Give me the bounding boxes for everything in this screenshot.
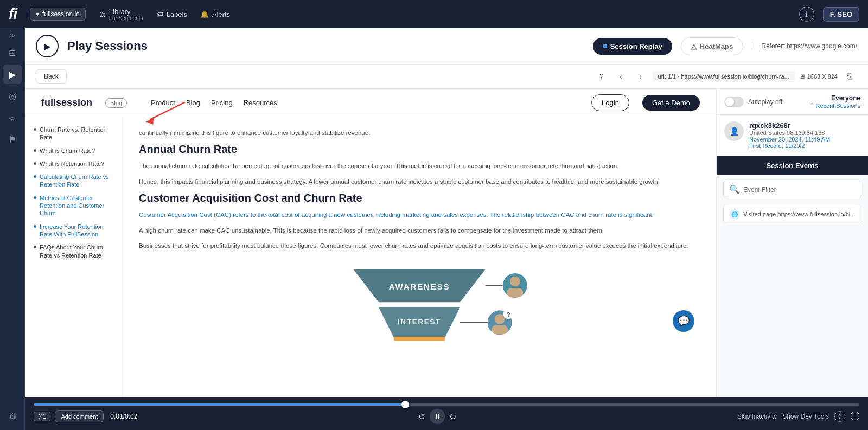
event-filter-search[interactable]: 🔍 bbox=[723, 181, 861, 198]
share-button[interactable]: ⎘ bbox=[842, 69, 857, 84]
website-body: Churn Rate vs. Retention Rate What is Ch… bbox=[25, 117, 716, 397]
heatmaps-icon: △ bbox=[691, 42, 697, 50]
resolution-badge: 🖥 1663 X 824 bbox=[799, 73, 838, 80]
article-p3: Customer Acquisition Cost (CAC) refers t… bbox=[139, 210, 700, 220]
nav-product[interactable]: Product bbox=[151, 99, 175, 107]
sidebar-item-funnel[interactable]: ⬦ bbox=[3, 108, 22, 127]
article-p2: Hence, this impacts financial planning a… bbox=[139, 177, 700, 187]
sidebar-item-play[interactable]: ▶ bbox=[3, 65, 22, 84]
info-button[interactable]: ℹ bbox=[799, 7, 814, 22]
user-menu-button[interactable]: F. SEO bbox=[823, 7, 859, 22]
svg-text:?: ? bbox=[507, 311, 510, 318]
fullscreen-button[interactable]: ⛶ bbox=[851, 412, 859, 421]
labels-icon: 🏷 bbox=[156, 10, 163, 18]
chevron-up-icon: ⌃ bbox=[809, 102, 814, 109]
content-area: ▶ Play Sessions Session Replay △ HeatMap… bbox=[25, 28, 868, 430]
add-comment-button[interactable]: Add comment bbox=[55, 410, 104, 422]
user-first-record: First Record: 11/20/2 bbox=[749, 143, 860, 149]
article-intro: continually minimizing this figure to en… bbox=[139, 128, 700, 138]
event-filter-input[interactable] bbox=[743, 186, 856, 194]
left-sidebar: ≫ ⊞ ▶ ◎ ⬦ ⚑ ⚙ bbox=[0, 28, 25, 430]
show-dev-tools-button[interactable]: Show Dev Tools bbox=[782, 413, 829, 420]
svg-point-10 bbox=[510, 277, 520, 287]
toc-item: FAQs About Your Churn Rate vs Retention … bbox=[34, 243, 113, 259]
sidebar-item-settings[interactable]: ⚙ bbox=[3, 406, 22, 426]
nav-resources[interactable]: Resources bbox=[244, 99, 277, 107]
nav-labels[interactable]: 🏷 Labels bbox=[156, 10, 187, 18]
recent-sessions-link[interactable]: ⌃ Recent Sessions bbox=[809, 102, 860, 109]
event-page-icon: 🌐 bbox=[729, 209, 740, 220]
user-id: rgxck3k268r bbox=[749, 121, 860, 130]
rewind-button[interactable]: ↺ bbox=[418, 412, 425, 422]
play-icon: ▶ bbox=[9, 69, 16, 80]
skip-inactivity-button[interactable]: Skip Inactivity bbox=[737, 413, 777, 420]
svg-rect-11 bbox=[507, 288, 523, 297]
toc-item: Increase Your Retention Rate With FullSe… bbox=[34, 223, 113, 239]
url-display: url: 1/1 · https://www.fullsession.io/bl… bbox=[653, 71, 795, 82]
article-p5: Businesses that strive for profitability… bbox=[139, 241, 700, 251]
sidebar-item-flag[interactable]: ⚑ bbox=[3, 130, 22, 149]
monitor-icon: 🖥 bbox=[799, 73, 805, 80]
article-content: continually minimizing this figure to en… bbox=[123, 117, 716, 397]
event-text: Visited page https://www.fullsession.io/… bbox=[743, 211, 855, 217]
table-of-contents: Churn Rate vs. Retention Rate What is Ch… bbox=[25, 117, 123, 397]
autoplay-toggle[interactable] bbox=[724, 97, 744, 107]
blog-tag: Blog bbox=[105, 98, 127, 108]
fast-forward-button[interactable]: ↻ bbox=[449, 412, 456, 422]
article-h2-annual-churn: Annual Churn Rate bbox=[139, 143, 700, 156]
referer-display: Referer: https://www.google.com/ bbox=[752, 42, 857, 50]
play-sessions-icon: ▶ bbox=[36, 35, 59, 57]
help-circle-icon[interactable]: ? bbox=[594, 69, 609, 84]
pause-button[interactable]: ⏸ bbox=[430, 409, 445, 424]
nav-blog[interactable]: Blog bbox=[186, 99, 200, 107]
nav-right: ℹ F. SEO bbox=[799, 7, 859, 22]
autoplay-toggle-row: Autoplay off bbox=[724, 97, 782, 107]
site-login-button[interactable]: Login bbox=[591, 94, 629, 111]
svg-rect-14 bbox=[492, 325, 508, 335]
toc-item: What is Churn Rate? bbox=[34, 147, 113, 155]
everyone-label: Everyone bbox=[809, 94, 860, 102]
alerts-icon: 🔔 bbox=[200, 10, 209, 18]
user-date: November 20, 2024, 11:49 AM bbox=[749, 136, 860, 143]
session-replay-dot bbox=[603, 44, 607, 48]
help-button[interactable]: ? bbox=[834, 411, 845, 422]
chat-bubble[interactable]: 💬 bbox=[673, 310, 694, 332]
toc-item: What is Retention Rate? bbox=[34, 160, 113, 168]
sidebar-item-heatmap[interactable]: ◎ bbox=[3, 86, 22, 106]
nav-alerts[interactable]: 🔔 Alerts bbox=[200, 10, 230, 18]
avatar: 👤 bbox=[724, 121, 744, 141]
autoplay-controls: Autoplay off Everyone ⌃ Recent Sessions bbox=[717, 89, 868, 115]
toc-item: Metrics of Customer Retention and Custom… bbox=[34, 194, 113, 217]
website-nav: fullsession Blog Product Blog Pricing Re… bbox=[25, 89, 716, 117]
progress-thumb[interactable] bbox=[401, 401, 409, 408]
svg-text:INTEREST: INTEREST bbox=[398, 318, 441, 326]
flag-icon: ⚑ bbox=[9, 134, 16, 145]
session-events-title: Session Events bbox=[717, 156, 868, 175]
progress-track[interactable] bbox=[34, 403, 859, 406]
prev-session-button[interactable]: ‹ bbox=[614, 69, 629, 84]
nav-pricing[interactable]: Pricing bbox=[211, 99, 233, 107]
article-p1: The annual churn rate calculates the per… bbox=[139, 161, 700, 171]
tab-heatmaps[interactable]: △ HeatMaps bbox=[681, 37, 743, 55]
time-display: 0:01/0:02 bbox=[110, 413, 137, 420]
search-icon: 🔍 bbox=[729, 184, 740, 195]
back-button[interactable]: Back bbox=[36, 69, 67, 84]
next-session-button[interactable]: › bbox=[633, 69, 648, 84]
main-layout: ≫ ⊞ ▶ ◎ ⬦ ⚑ ⚙ ▶ Play Sessions Session Re bbox=[0, 28, 868, 430]
funnel-icon: ⬦ bbox=[10, 113, 15, 123]
workspace-button[interactable]: ▾ fullsession.io bbox=[30, 8, 86, 21]
sidebar-item-grid[interactable]: ⊞ bbox=[3, 43, 22, 62]
play-sessions-header: ▶ Play Sessions Session Replay △ HeatMap… bbox=[25, 28, 868, 65]
user-card: 👤 rgxck3k268r United States 98.169.84.13… bbox=[717, 115, 868, 156]
tab-session-replay[interactable]: Session Replay bbox=[593, 38, 672, 55]
nav-library[interactable]: 🗂 Library For Segments bbox=[99, 8, 143, 21]
heatmap-icon: ◎ bbox=[9, 91, 16, 101]
speed-button[interactable]: X1 bbox=[34, 412, 50, 421]
everyone-section: Everyone ⌃ Recent Sessions bbox=[809, 94, 860, 109]
site-demo-button[interactable]: Get a Demo bbox=[642, 95, 700, 111]
expand-icon[interactable]: ≫ bbox=[10, 33, 15, 38]
gear-icon: ⚙ bbox=[9, 411, 16, 421]
website-nav-links: Product Blog Pricing Resources bbox=[151, 99, 277, 107]
svg-point-13 bbox=[495, 314, 505, 324]
chevron-down-icon: ▾ bbox=[36, 10, 39, 18]
